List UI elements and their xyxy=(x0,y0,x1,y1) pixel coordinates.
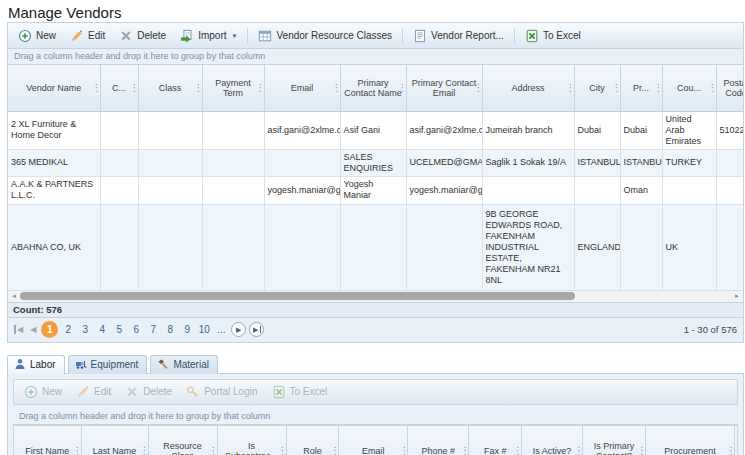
column-menu-icon[interactable] xyxy=(654,83,662,93)
column-menu-icon[interactable] xyxy=(574,446,582,455)
labor-new-button: New xyxy=(18,383,68,401)
vendor-row[interactable]: ABAHNA CO, UK 9B GEORGE EDWARDS ROAD, FA… xyxy=(8,204,743,290)
column-header-payment-term[interactable]: Payment Term xyxy=(202,65,264,111)
material-hammer-icon xyxy=(157,358,169,370)
record-count: Count: 576 xyxy=(8,303,743,318)
grid-cell xyxy=(202,176,264,204)
column-menu-icon[interactable] xyxy=(73,446,81,455)
vendor-row[interactable]: 2 XL Furniture & Home Decor asif.gani@2x… xyxy=(8,111,743,149)
column-header-role[interactable]: Role xyxy=(286,426,339,455)
grid-cell xyxy=(100,176,138,204)
labor-edit-button: Edit xyxy=(70,383,117,401)
grid-cell: Dubai xyxy=(620,111,662,149)
scrollbar-thumb[interactable] xyxy=(20,292,575,300)
column-menu-icon[interactable] xyxy=(637,446,645,455)
pager-next-icon[interactable] xyxy=(231,322,246,337)
toolbar-separator xyxy=(514,28,515,44)
column-header-resource-class[interactable]: Resource Class xyxy=(148,426,217,455)
column-menu-icon[interactable] xyxy=(398,83,406,93)
column-menu-icon[interactable] xyxy=(92,83,100,93)
grid-cell: Jumeirah branch xyxy=(482,111,574,149)
tab-labor[interactable]: Labor xyxy=(7,355,65,374)
labor-group-by-drop-zone[interactable]: Drag a column header and drop it here to… xyxy=(13,409,738,425)
column-header-phone[interactable]: Phone # xyxy=(408,426,469,455)
new-button-label: New xyxy=(36,30,56,41)
pager-page[interactable]: 7 xyxy=(146,322,160,338)
pager-page[interactable]: 5 xyxy=(112,322,126,338)
column-header-s[interactable]: S xyxy=(735,426,738,455)
column-header-city[interactable]: City xyxy=(574,65,620,111)
pager-page[interactable]: 3 xyxy=(78,322,92,338)
column-header-code[interactable]: C... xyxy=(100,65,138,111)
import-button[interactable]: Import ▼ xyxy=(174,27,243,45)
grid-cell xyxy=(138,204,202,290)
vendor-row[interactable]: 365 MEDIKAL SALES ENQUIRIES UCELMED@GMAI… xyxy=(8,149,743,176)
column-menu-icon[interactable] xyxy=(513,446,521,455)
edit-button-label: Edit xyxy=(88,30,105,41)
grid-cell: ABAHNA CO, UK xyxy=(8,204,100,290)
edit-button[interactable]: Edit xyxy=(64,27,111,45)
column-header-primary-contact-email[interactable]: Primary Contact Email xyxy=(406,65,482,111)
column-header-is-primary-contact[interactable]: Is Primary Contact? xyxy=(583,426,646,455)
column-menu-icon[interactable] xyxy=(566,83,574,93)
vendor-resource-classes-label: Vendor Resource Classes xyxy=(276,30,392,41)
column-header-procurement[interactable]: Procurement xyxy=(645,426,734,455)
column-menu-icon[interactable] xyxy=(209,446,217,455)
column-menu-icon[interactable] xyxy=(474,83,482,93)
pager-page-current[interactable]: 1 xyxy=(41,321,58,338)
grid-cell: ISTANBUL xyxy=(620,149,662,176)
column-header-is-subcontractor[interactable]: Is Subcontrac... xyxy=(217,426,286,455)
column-header-province[interactable]: Pr... xyxy=(620,65,662,111)
equipment-forklift-icon xyxy=(75,358,87,370)
pager-last-icon[interactable] xyxy=(249,322,264,337)
column-menu-icon[interactable] xyxy=(330,446,338,455)
pager-page[interactable]: 2 xyxy=(61,322,75,338)
column-menu-icon[interactable] xyxy=(460,446,468,455)
resource-classes-table-icon xyxy=(258,29,272,43)
column-header-country[interactable]: Cou... xyxy=(662,65,716,111)
grid-cell xyxy=(100,149,138,176)
vendor-resource-classes-button[interactable]: Vendor Resource Classes xyxy=(252,27,398,45)
grid-cell: 510222 xyxy=(716,111,743,149)
pager-page[interactable]: 6 xyxy=(129,322,143,338)
column-header-address[interactable]: Address xyxy=(482,65,574,111)
column-menu-icon[interactable] xyxy=(278,446,286,455)
vendor-row[interactable]: A.A.K & PARTNERS L.L.C. yogesh.maniar@gm… xyxy=(8,176,743,204)
column-menu-icon[interactable] xyxy=(194,83,202,93)
tab-equipment[interactable]: Equipment xyxy=(68,355,148,374)
delete-button[interactable]: Delete xyxy=(113,27,172,45)
vendor-report-button[interactable]: Vendor Report... xyxy=(407,27,510,45)
pager-page[interactable]: 4 xyxy=(95,322,109,338)
scroll-left-icon[interactable]: ◄ xyxy=(8,290,20,302)
scrollbar-track[interactable] xyxy=(20,291,731,301)
pager-page[interactable]: 8 xyxy=(163,322,177,338)
column-header-email[interactable]: Email xyxy=(264,65,340,111)
column-header-postal-code[interactable]: Postal Code xyxy=(716,65,743,111)
column-header-is-active[interactable]: Is Active? xyxy=(522,426,583,455)
new-button[interactable]: New xyxy=(12,27,62,45)
column-menu-icon[interactable] xyxy=(130,83,138,93)
column-menu-icon[interactable] xyxy=(332,83,340,93)
grid-cell xyxy=(340,204,406,290)
column-header-email[interactable]: Email xyxy=(339,426,408,455)
group-by-drop-zone[interactable]: Drag a column header and drop it here to… xyxy=(8,49,743,65)
to-excel-button[interactable]: To Excel xyxy=(519,27,587,45)
column-header-class[interactable]: Class xyxy=(138,65,202,111)
grid-cell: yogesh.maniar@gmail.com xyxy=(406,176,482,204)
scroll-right-icon[interactable]: ► xyxy=(731,290,743,302)
column-header-last-name[interactable]: Last Name xyxy=(81,426,148,455)
column-menu-icon[interactable] xyxy=(726,446,734,455)
column-header-first-name[interactable]: First Name xyxy=(14,426,81,455)
column-header-vendor-name[interactable]: Vendor Name xyxy=(8,65,100,111)
column-header-fax[interactable]: Fax # xyxy=(469,426,522,455)
pager-ellipsis[interactable]: ... xyxy=(214,322,228,338)
column-header-primary-contact-name[interactable]: Primary Contact Name xyxy=(340,65,406,111)
pager-page[interactable]: 9 xyxy=(180,322,194,338)
column-menu-icon[interactable] xyxy=(708,83,716,93)
column-menu-icon[interactable] xyxy=(612,83,620,93)
pager-page[interactable]: 10 xyxy=(197,322,211,338)
column-menu-icon[interactable] xyxy=(399,446,407,455)
column-menu-icon[interactable] xyxy=(140,446,148,455)
column-menu-icon[interactable] xyxy=(256,83,264,93)
tab-material[interactable]: Material xyxy=(150,355,218,374)
